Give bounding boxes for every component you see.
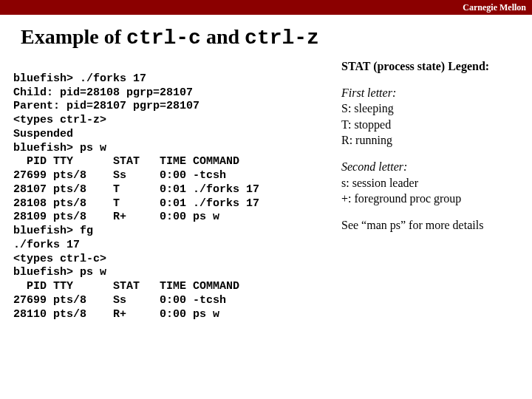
legend-second-label: Second letter: (341, 159, 519, 175)
term-line: <types ctrl-z> (13, 114, 106, 126)
legend-heading: STAT (process state) Legend: (341, 58, 519, 75)
term-line: bluefish> ps w (13, 266, 106, 279)
content-row: bluefish> ./forks 17 Child: pid=28108 pg… (0, 58, 532, 335)
legend-letter-plus: +: foreground proc group (341, 191, 519, 207)
term-line: 27699 pts/8 Ss 0:00 -tcsh (13, 294, 226, 307)
title-text-2: and (201, 25, 245, 48)
term-line: 28109 pts/8 R+ 0:00 ps w (13, 211, 219, 223)
title-code-2: ctrl-z (245, 27, 319, 50)
term-line: 28107 pts/8 T 0:01 ./forks 17 (13, 183, 259, 196)
legend-first-letter: First letter: S: sleeping T: stopped R: … (341, 85, 519, 149)
title-text-1: Example of (21, 25, 126, 48)
terminal-output: bluefish> ./forks 17 Child: pid=28108 pg… (13, 58, 331, 335)
term-line: Child: pid=28108 pgrp=28107 (13, 86, 193, 99)
term-line: bluefish> fg (13, 225, 93, 237)
term-line: 27699 pts/8 Ss 0:00 -tcsh (13, 169, 226, 182)
term-line: bluefish> ./forks 17 (13, 72, 146, 85)
term-line: Parent: pid=28107 pgrp=28107 (13, 100, 200, 112)
term-line: Suspended (13, 128, 73, 140)
legend-panel: STAT (process state) Legend: First lette… (331, 58, 519, 335)
top-bar-label: Carnegie Mellon (463, 2, 526, 13)
term-line: 28108 pts/8 T 0:01 ./forks 17 (13, 197, 259, 210)
term-line: PID TTY STAT TIME COMMAND (13, 280, 239, 293)
legend-letter-T: T: stopped (341, 117, 519, 133)
legend-first-label: First letter: (341, 85, 519, 101)
top-bar: Carnegie Mellon (0, 0, 532, 15)
slide-title: Example of ctrl-c and ctrl-z (21, 25, 532, 50)
term-line: bluefish> ps w (13, 142, 106, 154)
term-line: ./forks 17 (13, 239, 80, 251)
legend-letter-S: S: sleeping (341, 100, 519, 117)
legend-note: See “man ps” for more details (341, 217, 519, 233)
legend-second-letter: Second letter: s: session leader +: fore… (341, 159, 519, 207)
term-line: PID TTY STAT TIME COMMAND (13, 155, 239, 168)
term-line: <types ctrl-c> (13, 253, 106, 265)
legend-letter-ss: s: session leader (341, 175, 519, 191)
title-code-1: ctrl-c (126, 27, 201, 50)
legend-letter-R: R: running (341, 132, 519, 149)
term-line: 28110 pts/8 R+ 0:00 ps w (13, 308, 219, 321)
